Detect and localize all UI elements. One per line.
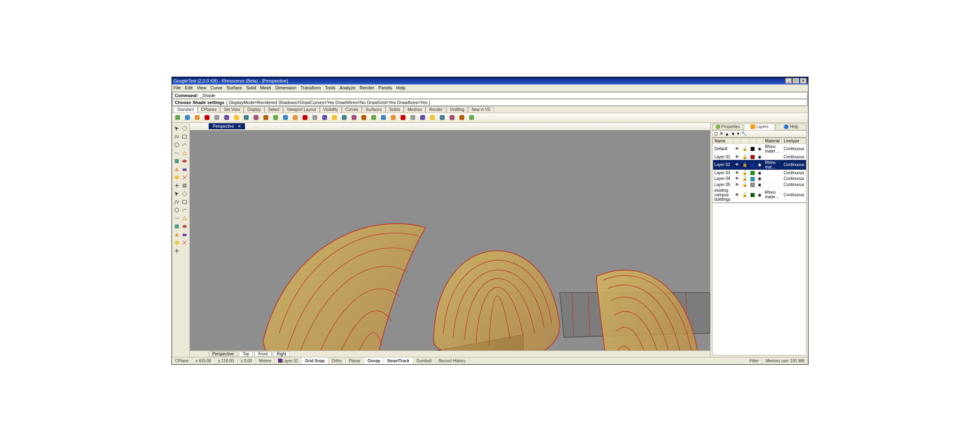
maximize-button[interactable]: □	[793, 78, 799, 84]
fillet-tool-button[interactable]	[174, 174, 180, 181]
toolbar-tab-set-view[interactable]: Set View	[220, 106, 243, 113]
panel-tab-help[interactable]: 🔵Help	[775, 124, 806, 130]
viewport-tab-perspective[interactable]: Perspective ✕	[209, 123, 245, 129]
zoom-sel-button[interactable]	[311, 113, 319, 122]
layers-header-Linetype[interactable]: Linetype	[782, 138, 806, 144]
layer-visible-icon[interactable]: 👁	[733, 144, 741, 154]
menu-tools[interactable]: Tools	[325, 85, 336, 90]
status-toggle-record-history[interactable]: Record History	[435, 357, 469, 364]
status-toggle-smarttrack[interactable]: SmartTrack	[384, 357, 413, 364]
delete-layer-icon[interactable]: ✕	[719, 131, 723, 136]
print-button[interactable]	[203, 113, 211, 122]
layer-up-icon[interactable]: ▲	[725, 131, 729, 136]
sphere-orange-button[interactable]	[438, 113, 446, 122]
analyze-tool-button[interactable]	[182, 239, 188, 246]
surface-tool-button[interactable]	[182, 150, 188, 156]
status-toggle-osnap[interactable]: Osnap	[364, 357, 384, 364]
ungroup-button[interactable]	[409, 113, 417, 122]
layer-row[interactable]: Layer 01👁🔓◉Continuous	[713, 154, 806, 160]
menu-edit[interactable]: Edit	[185, 85, 193, 90]
layer-lock-icon[interactable]: 🔓	[741, 144, 749, 154]
layer-button[interactable]	[370, 113, 378, 122]
view-footer-tab-perspective[interactable]: Perspective	[209, 351, 237, 357]
layer-filter-icon[interactable]: ▾	[737, 131, 739, 136]
viewport-tab-close-icon[interactable]: ✕	[238, 124, 241, 129]
boolean-tool-button[interactable]	[182, 166, 188, 173]
toolbar-tab-curves[interactable]: Curves	[342, 106, 362, 113]
sphere-blue-button[interactable]	[428, 113, 437, 122]
layer-color-swatch[interactable]	[749, 187, 756, 202]
view-footer-tab-right[interactable]: Right	[273, 351, 290, 357]
layer-row[interactable]: Layer 03👁🔓◉Continuous	[713, 170, 806, 175]
layer-lock-icon[interactable]: 🔓	[741, 182, 749, 187]
paste-button[interactable]	[232, 113, 241, 122]
layer-visible-icon[interactable]: 👁	[733, 154, 741, 160]
menu-view[interactable]: View	[197, 85, 207, 90]
toggle-button[interactable]	[458, 113, 466, 122]
menu-mesh[interactable]: Mesh	[260, 85, 271, 90]
save-button[interactable]	[193, 113, 201, 122]
toolbar-tab-render[interactable]: Render	[425, 106, 446, 113]
layer-material-swatch[interactable]: ◉	[756, 160, 763, 170]
lasso-tool-button[interactable]	[182, 125, 188, 132]
circle-tool-button[interactable]	[174, 142, 180, 148]
layer-lock-icon[interactable]: 🔓	[741, 154, 749, 160]
menu-dimension[interactable]: Dimension	[275, 85, 296, 90]
menu-surface[interactable]: Surface	[227, 85, 242, 90]
layer-color-swatch[interactable]	[749, 160, 756, 170]
layers-header-col[interactable]	[741, 138, 749, 144]
menu-solid[interactable]: Solid	[246, 85, 256, 90]
extrude-tool-button[interactable]	[174, 158, 180, 164]
toolbar-tab-viewport-layout[interactable]: Viewport Layout	[283, 106, 320, 113]
copy-button[interactable]	[223, 113, 231, 122]
layer-row[interactable]: Layer 02👁🔓◉Rhino mat…Continuous	[713, 160, 806, 170]
toolbar-tab-display[interactable]: Display	[244, 106, 265, 113]
panel-tab-properties[interactable]: 🟢Properties	[712, 124, 743, 130]
layer-color-swatch[interactable]	[749, 170, 756, 175]
layer-lock-icon[interactable]: 🔓	[741, 170, 749, 175]
hide-button[interactable]	[350, 113, 358, 122]
layers-header-Name[interactable]: Name	[713, 138, 734, 144]
text-tool-button[interactable]	[182, 231, 188, 238]
properties-button[interactable]	[379, 113, 388, 122]
layer-material-swatch[interactable]: ◉	[756, 170, 763, 175]
menu-transform[interactable]: Transform	[301, 85, 321, 90]
layers-header-col[interactable]	[749, 138, 756, 144]
toolbar-tab-drafting[interactable]: Drafting	[446, 106, 468, 113]
layer-row[interactable]: Layer 05👁🔓◉Continuous	[713, 182, 806, 187]
rotate-tool-button[interactable]	[174, 207, 180, 213]
toolbar-tab-cplanes[interactable]: CPlanes	[198, 106, 220, 113]
layer-material-swatch[interactable]: ◉	[756, 182, 763, 187]
panel-tab-layers[interactable]: 🟧Layers	[744, 124, 775, 130]
toolbar-tab-standard[interactable]: Standard	[174, 106, 198, 113]
loft-tool-button[interactable]	[174, 166, 180, 173]
menu-curve[interactable]: Curve	[210, 85, 222, 90]
layer-visible-icon[interactable]: 👁	[733, 182, 741, 187]
revolve-tool-button[interactable]	[182, 158, 188, 164]
layer-row[interactable]: Default👁🔓◉Rhino mater…Continuous	[713, 144, 806, 154]
scale-tool-button[interactable]	[182, 207, 188, 213]
layer-visible-icon[interactable]: 👁	[733, 170, 741, 175]
menu-panels[interactable]: Panels	[379, 85, 392, 90]
measure-tool-button[interactable]	[174, 239, 180, 246]
status-toggle-grid-snap[interactable]: Grid Snap	[302, 357, 328, 364]
menu-help[interactable]: Help	[396, 85, 405, 90]
command-line-2[interactable]: Choose Shade settings ( DisplayMode=Rend…	[173, 99, 807, 106]
view-footer-tab-front[interactable]: Front	[254, 351, 271, 357]
rectangle-tool-button[interactable]	[182, 133, 188, 140]
help-button[interactable]	[468, 113, 476, 122]
render-button[interactable]	[340, 113, 348, 122]
menu-file[interactable]: File	[174, 85, 181, 90]
dim-tool-button[interactable]	[174, 231, 180, 238]
array-tool-button[interactable]	[174, 199, 180, 205]
toolbar-tab-surfaces[interactable]: Surfaces	[362, 106, 385, 113]
toolbar-tab-meshes[interactable]: Meshes	[404, 106, 425, 113]
layers-header-col[interactable]	[733, 138, 741, 144]
layers-header-Material[interactable]: Material	[763, 138, 782, 144]
redo-button[interactable]	[252, 113, 260, 122]
scale-button[interactable]	[281, 113, 290, 122]
layer-color-swatch[interactable]	[749, 154, 756, 160]
view-footer-tab-top[interactable]: Top	[239, 351, 253, 357]
toolbar-tab-new-in-v5[interactable]: New in V5	[468, 106, 494, 113]
lock-button[interactable]	[389, 113, 397, 122]
